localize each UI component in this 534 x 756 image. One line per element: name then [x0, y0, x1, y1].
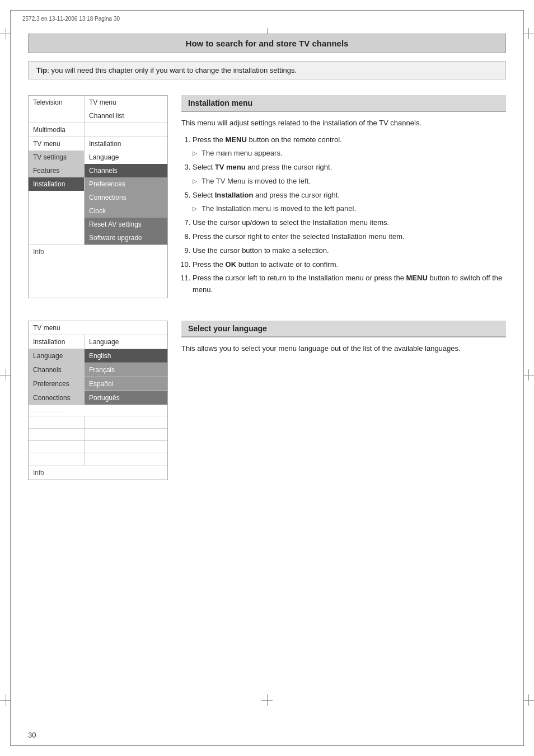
lang-cell-francais: Français [85, 363, 167, 377]
step-4: Use the cursor up/down to select the Ins… [193, 217, 506, 229]
menu-cell-television: Television [29, 96, 85, 109]
menu-row-features: Features Channels [29, 164, 167, 177]
page-border-bottom [10, 745, 524, 746]
step-2-bold: TV menu [215, 163, 246, 171]
installation-section: Television TV menu Channel list Multimed… [28, 95, 506, 298]
step-2-sub: The TV Menu is moved to the left. [193, 176, 506, 187]
lang-empty-right-2 [85, 429, 167, 440]
lang-cell-installation: Installation [29, 335, 85, 349]
step-3-sub: The Installation menu is moved to the le… [193, 203, 506, 215]
lang-empty-row-3 [29, 441, 167, 453]
language-section-title: Select your language [181, 321, 506, 337]
language-section: TV menu Installation Language Language E… [28, 321, 506, 480]
lang-empty-row-2 [29, 429, 167, 441]
lang-cell-language: Language [29, 349, 85, 363]
menu-cell-installation-left: Installation [29, 177, 85, 191]
menu-row-tvsettings: TV settings Language [29, 151, 167, 164]
menu-cell-empty3 [29, 204, 85, 218]
lang-row-connections: Connections Português [29, 391, 167, 405]
step-7-bold: OK [226, 260, 237, 269]
menu-cell-tvsettings: TV settings [29, 151, 85, 164]
tip-box: Tip: you will need this chapter only if … [28, 61, 506, 79]
language-description: This allows you to select your menu lang… [181, 343, 506, 354]
lang-cell-channels: Channels [29, 363, 85, 377]
lang-dotted-row: ............ [29, 405, 167, 416]
menu-cell-reset-av: Reset AV settings [85, 218, 167, 231]
lang-cell-preferences: Preferences [29, 377, 85, 391]
menu-cell-multimedia-right [85, 123, 167, 137]
step-1-bold: MENU [226, 135, 247, 144]
menu-cell-multimedia: Multimedia [29, 123, 85, 137]
menu-cell-channels: Channels [85, 164, 167, 177]
menu-section-multimedia: Multimedia [29, 123, 167, 137]
menu-cell-empty5 [29, 231, 85, 245]
installation-menu-diagram: Television TV menu Channel list Multimed… [28, 95, 168, 298]
installation-instructions: Installation menu This menu will adjust … [181, 95, 506, 298]
installation-section-title: Installation menu [181, 95, 506, 112]
lang-empty-right-4 [85, 453, 167, 466]
lang-cell-portugues: Português [85, 391, 167, 405]
menu-row-tvmenu-inst: TV menu Installation [29, 137, 167, 151]
menu-row-multimedia: Multimedia [29, 123, 167, 137]
lang-empty-right-1 [85, 416, 167, 428]
lang-empty-right-3 [85, 441, 167, 453]
tip-label: Tip [36, 66, 47, 74]
menu-row-connections-item: Connections [29, 191, 167, 204]
step-8: Press the cursor left to return to the I… [193, 273, 506, 296]
lang-empty-row-1 [29, 416, 167, 429]
step-1: Press the MENU button on the remote cont… [193, 134, 506, 146]
page-number: 30 [28, 731, 36, 739]
step-3-bold: Installation [215, 191, 254, 199]
lang-cell-language-label: Language [85, 335, 167, 349]
menu-info-installation: Info [29, 245, 167, 259]
lang-row-installation: Installation Language [29, 335, 167, 349]
step-6: Use the cursor button to make a selectio… [193, 245, 506, 257]
lang-empty-row-4 [29, 453, 167, 466]
menu-cell-language: Language [85, 151, 167, 164]
lang-empty-left-2 [29, 429, 85, 440]
menu-cell-clock: Clock [85, 204, 167, 218]
installation-steps: Press the MENU button on the remote cont… [181, 134, 506, 297]
lang-cell-connections: Connections [29, 391, 85, 405]
lang-info: Info [29, 466, 167, 480]
print-header: 2572.3 en 13-11-2006 13:18 Pagina 30 [22, 16, 120, 22]
lang-empty-left-4 [29, 453, 85, 466]
step-5: Press the cursor right to enter the sele… [193, 231, 506, 243]
menu-section-tvmenu: TV menu Installation TV settings Languag… [29, 137, 167, 245]
step-1-sub: The main menu appears. [193, 148, 506, 159]
menu-cell-tvmenu: TV menu [85, 96, 167, 109]
lang-cell-espanol: Español [85, 377, 167, 391]
page-title: How to search for and store TV channels [28, 34, 506, 53]
crosshair-center-bottom [261, 694, 273, 706]
menu-row-television: Television TV menu [29, 96, 167, 109]
crosshair-top-right [523, 28, 534, 39]
menu-row-reset-av: Reset AV settings [29, 218, 167, 231]
menu-cell-empty4 [29, 218, 85, 231]
menu-row-software: Software upgrade [29, 231, 167, 245]
crosshair-bottom-right [523, 694, 534, 706]
menu-row-clock: Clock [29, 204, 167, 218]
language-menu-diagram: TV menu Installation Language Language E… [28, 321, 168, 480]
menu-cell-empty1 [29, 109, 85, 123]
menu-cell-preferences: Preferences [85, 177, 167, 191]
step-3: Select Installation and press the cursor… [193, 190, 506, 201]
lang-empty-left-3 [29, 441, 85, 453]
menu-cell-installation: Installation [85, 137, 167, 151]
lang-menu-header: TV menu [29, 321, 167, 335]
lang-row-preferences: Preferences Español [29, 377, 167, 391]
crosshair-top-left [0, 28, 11, 39]
lang-cell-english: English [85, 349, 167, 363]
page-border-top [10, 10, 524, 11]
menu-cell-empty2 [29, 191, 85, 204]
installation-description: This menu will adjust settings related t… [181, 118, 506, 129]
menu-row-channellist: Channel list [29, 109, 167, 123]
menu-row-installation-item: Installation Preferences [29, 177, 167, 191]
step-7: Press the OK button to activate or to co… [193, 259, 506, 271]
language-instructions: Select your language This allows you to … [181, 321, 506, 480]
menu-cell-channellist: Channel list [85, 109, 167, 123]
crosshair-mid-left [0, 369, 11, 381]
menu-cell-software: Software upgrade [85, 231, 167, 245]
crosshair-mid-right [523, 369, 534, 381]
menu-cell-features: Features [29, 164, 85, 177]
lang-row-channels: Channels Français [29, 363, 167, 377]
